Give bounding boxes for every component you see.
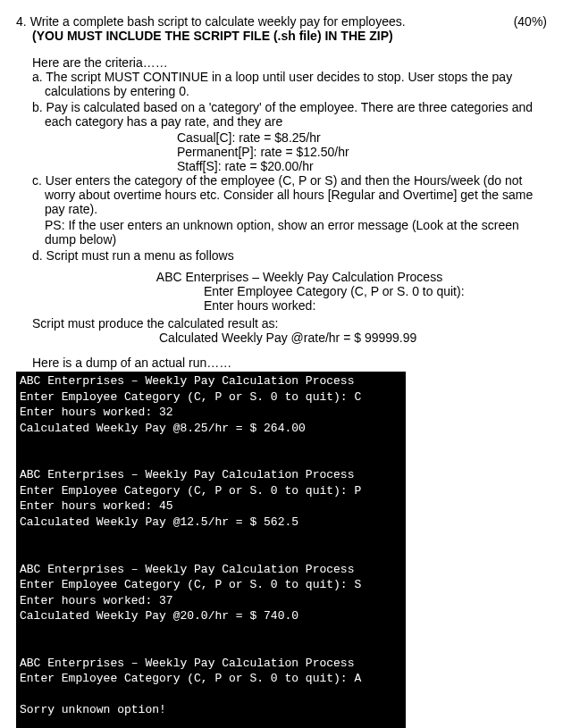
rate-casual: Casual[C]: rate = $8.25/hr	[177, 130, 547, 145]
rate-staff: Staff[S]: rate = $20.00/hr	[177, 159, 547, 173]
question-number: 4.	[16, 14, 27, 29]
criteria-c: c. User enters the category of the emplo…	[32, 173, 547, 216]
result-line: Calculated Weekly Pay @rate/hr = $ 99999…	[159, 331, 547, 345]
rate-permanent: Permanent[P]: rate = $12.50/hr	[177, 145, 547, 159]
criteria-a: a. The script MUST CONTINUE in a loop un…	[32, 70, 547, 98]
menu-line-hours: Enter hours worked:	[204, 298, 547, 313]
question-title: Write a complete bash script to calculat…	[30, 14, 514, 29]
menu-title: ABC Enterprises – Weekly Pay Calculation…	[52, 270, 547, 284]
terminal-output: ABC Enterprises – Weekly Pay Calculation…	[16, 372, 406, 728]
criteria-c-ps: PS: If the user enters an unknown option…	[32, 218, 547, 247]
criteria-d: d. Script must run a menu as follows	[32, 248, 547, 263]
menu-line-category: Enter Employee Category (C, P or S. 0 to…	[204, 284, 547, 298]
criteria-section: Here are the criteria…… a. The script MU…	[16, 55, 547, 263]
menu-block: ABC Enterprises – Weekly Pay Calculation…	[16, 270, 547, 313]
question-percentage: (40%)	[514, 14, 547, 29]
result-intro: Script must produce the calculated resul…	[32, 316, 547, 331]
question-note: (YOU MUST INCLUDE THE SCRIPT FILE (.sh f…	[32, 29, 547, 43]
dump-intro: Here is a dump of an actual run……	[32, 356, 547, 370]
question-header: 4. Write a complete bash script to calcu…	[16, 14, 547, 29]
criteria-intro: Here are the criteria……	[32, 55, 547, 70]
criteria-b: b. Pay is calculated based on a 'categor…	[32, 100, 547, 129]
